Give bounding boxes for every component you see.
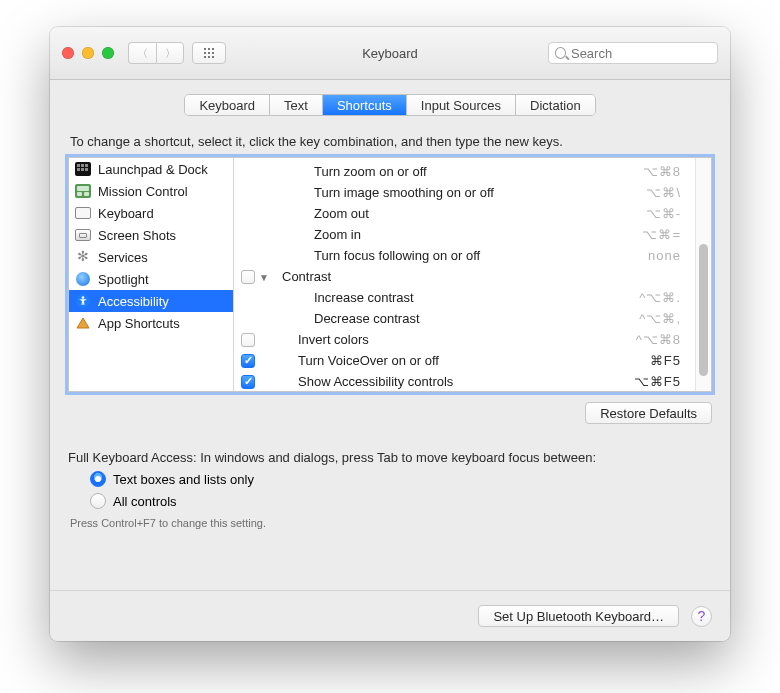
category-screen-shots[interactable]: Screen Shots	[69, 224, 233, 246]
svg-point-0	[82, 296, 85, 299]
category-app-shortcuts[interactable]: App Shortcuts	[69, 312, 233, 334]
radio-icon	[90, 493, 106, 509]
radio-label: Text boxes and lists only	[113, 472, 254, 487]
shortcut-keys: ^⌥⌘.	[627, 290, 681, 305]
spotlight-icon	[75, 272, 91, 286]
zoom-icon[interactable]	[102, 47, 114, 59]
category-label: Screen Shots	[98, 228, 176, 243]
shortcut-label: Turn image smoothing on or off	[270, 185, 627, 200]
shortcut-panel: Turn zoom on or off⌥⌘8Turn image smoothi…	[234, 158, 711, 391]
shortcut-label: Zoom out	[270, 206, 627, 221]
search-icon	[555, 47, 566, 59]
shortcuts-split: Launchpad & DockMission ControlKeyboardS…	[68, 157, 712, 392]
services-icon: ✻	[75, 250, 91, 264]
shortcut-keys: ⌥⌘=	[627, 227, 681, 242]
tabbar: Keyboard Text Shortcuts Input Sources Di…	[184, 94, 595, 116]
shortcut-label: Invert colors	[270, 332, 627, 347]
search-field[interactable]	[548, 42, 718, 64]
fka-option-text-boxes[interactable]: Text boxes and lists only	[90, 471, 712, 487]
tab-keyboard[interactable]: Keyboard	[185, 95, 270, 115]
checkbox[interactable]	[241, 333, 255, 347]
fka-option-all-controls[interactable]: All controls	[90, 493, 712, 509]
minimize-icon[interactable]	[82, 47, 94, 59]
tab-shortcuts[interactable]: Shortcuts	[323, 95, 407, 115]
shortcut-row[interactable]: Invert colors^⌥⌘8	[238, 329, 695, 350]
checkbox[interactable]	[241, 270, 255, 284]
shortcut-label: Decrease contrast	[270, 311, 627, 326]
category-accessibility[interactable]: Accessibility	[69, 290, 233, 312]
scrollbar[interactable]	[695, 158, 711, 391]
shortcut-label: Zoom in	[270, 227, 627, 242]
category-label: Spotlight	[98, 272, 149, 287]
shortcut-row[interactable]: Turn image smoothing on or off⌥⌘\	[238, 182, 695, 203]
grid-icon	[203, 47, 215, 59]
category-mission-control[interactable]: Mission Control	[69, 180, 233, 202]
shortcut-keys: ^⌥⌘8	[627, 332, 681, 347]
shortcut-keys: ⌥⌘8	[627, 164, 681, 179]
shortcut-label: Turn zoom on or off	[270, 164, 627, 179]
forward-button[interactable]: 〉	[156, 42, 184, 64]
shortcut-keys: ⌥⌘F5	[627, 374, 681, 389]
category-keyboard[interactable]: Keyboard	[69, 202, 233, 224]
category-label: Launchpad & Dock	[98, 162, 208, 177]
back-button[interactable]: 〈	[128, 42, 156, 64]
shortcut-label: Turn VoiceOver on or off	[270, 353, 627, 368]
shortcut-label: Turn focus following on or off	[270, 248, 627, 263]
show-all-button[interactable]	[192, 42, 226, 64]
shortcut-keys: none	[627, 248, 681, 263]
mission-icon	[75, 184, 91, 198]
checkbox[interactable]	[241, 354, 255, 368]
category-services[interactable]: ✻Services	[69, 246, 233, 268]
shortcut-keys: ⌥⌘-	[627, 206, 681, 221]
appshortcuts-icon	[75, 316, 91, 330]
tab-text[interactable]: Text	[270, 95, 323, 115]
category-spotlight[interactable]: Spotlight	[69, 268, 233, 290]
category-launchpad-dock[interactable]: Launchpad & Dock	[69, 158, 233, 180]
pane-body: Keyboard Text Shortcuts Input Sources Di…	[50, 80, 730, 590]
launchpad-icon	[75, 162, 91, 176]
category-list[interactable]: Launchpad & DockMission ControlKeyboardS…	[69, 158, 234, 391]
category-label: Accessibility	[98, 294, 169, 309]
tab-dictation[interactable]: Dictation	[516, 95, 595, 115]
window-controls	[62, 47, 114, 59]
shortcut-row[interactable]: ▼Contrast	[238, 266, 695, 287]
shortcut-keys: ⌥⌘\	[627, 185, 681, 200]
checkbox[interactable]	[241, 375, 255, 389]
category-label: App Shortcuts	[98, 316, 180, 331]
shortcut-row[interactable]: Turn zoom on or off⌥⌘8	[238, 161, 695, 182]
shortcut-label: Increase contrast	[270, 290, 627, 305]
restore-defaults-button[interactable]: Restore Defaults	[585, 402, 712, 424]
window-frame: 〈 〉 Keyboard Keyboard Text Shortcuts Inp…	[50, 27, 730, 641]
shortcut-keys: ⌘F5	[627, 353, 681, 368]
nav-back-forward: 〈 〉	[128, 42, 184, 64]
help-button[interactable]: ?	[691, 606, 712, 627]
shortcut-row[interactable]: Zoom out⌥⌘-	[238, 203, 695, 224]
titlebar: 〈 〉 Keyboard	[50, 27, 730, 80]
search-input[interactable]	[571, 46, 711, 61]
bluetooth-keyboard-button[interactable]: Set Up Bluetooth Keyboard…	[478, 605, 679, 627]
shortcut-list[interactable]: Turn zoom on or off⌥⌘8Turn image smoothi…	[234, 158, 695, 391]
disclosure-triangle-icon[interactable]: ▼	[258, 271, 270, 283]
shortcut-row[interactable]: Zoom in⌥⌘=	[238, 224, 695, 245]
scrollbar-thumb[interactable]	[699, 244, 708, 376]
shortcut-row[interactable]: Decrease contrast^⌥⌘,	[238, 308, 695, 329]
radio-icon	[90, 471, 106, 487]
shortcut-row[interactable]: Show Accessibility controls⌥⌘F5	[238, 371, 695, 391]
accessibility-icon	[75, 294, 91, 308]
shortcut-row[interactable]: Increase contrast^⌥⌘.	[238, 287, 695, 308]
shortcut-label: Contrast	[270, 269, 627, 284]
close-icon[interactable]	[62, 47, 74, 59]
radio-label: All controls	[113, 494, 177, 509]
shortcut-row[interactable]: Turn VoiceOver on or off⌘F5	[238, 350, 695, 371]
tab-input-sources[interactable]: Input Sources	[407, 95, 516, 115]
instruction-text: To change a shortcut, select it, click t…	[70, 134, 710, 149]
keyboard-icon	[75, 206, 91, 220]
fka-hint: Press Control+F7 to change this setting.	[70, 517, 712, 529]
fka-label: Full Keyboard Access: In windows and dia…	[68, 450, 712, 465]
screenshots-icon	[75, 228, 91, 242]
category-label: Services	[98, 250, 148, 265]
shortcut-row[interactable]: Turn focus following on or offnone	[238, 245, 695, 266]
category-label: Keyboard	[98, 206, 154, 221]
shortcut-keys: ^⌥⌘,	[627, 311, 681, 326]
shortcut-label: Show Accessibility controls	[270, 374, 627, 389]
